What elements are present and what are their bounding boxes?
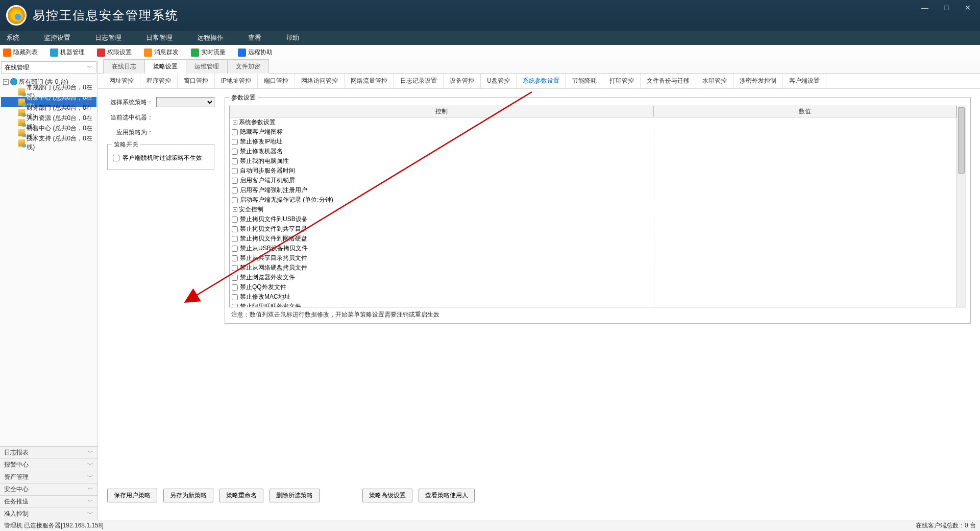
tb-remote-assist[interactable]: 远程协助 <box>238 48 273 57</box>
sidebar-accordion-2[interactable]: 资产管理﹀ <box>0 471 97 483</box>
param-checkbox[interactable] <box>232 265 238 271</box>
rename-button[interactable]: 策略重命名 <box>219 489 263 502</box>
subtab-6[interactable]: 网络流量管控 <box>345 74 394 88</box>
col-header-control: 控制 <box>230 106 654 117</box>
subtab-1[interactable]: 程序管控 <box>140 74 178 88</box>
param-checkbox[interactable] <box>232 226 238 232</box>
subtab-3[interactable]: IP地址管控 <box>215 74 258 88</box>
subtab-8[interactable]: 设备管控 <box>444 74 481 88</box>
param-row: 隐藏客户端图标 <box>230 127 957 137</box>
menu-daily[interactable]: 日常管理 <box>144 33 175 42</box>
grid-scrollbar[interactable] <box>957 106 966 307</box>
select-policy-dropdown[interactable] <box>156 97 214 107</box>
param-checkbox[interactable] <box>232 187 238 194</box>
window-minimize-button[interactable]: — <box>915 0 935 15</box>
action-buttons: 保存用户策略 另存为新策略 策略重命名 删除所选策略 策略高级设置 查看策略使用… <box>107 489 475 502</box>
param-group-0[interactable]: −系统参数设置 <box>230 117 957 127</box>
param-checkbox[interactable] <box>232 129 238 135</box>
chevron-down-icon: ﹀ <box>87 473 93 481</box>
subtab-15[interactable]: 涉密外发控制 <box>733 74 783 88</box>
tb-message[interactable]: 消息群发 <box>144 48 179 57</box>
tab-3[interactable]: 文件加密 <box>227 59 269 74</box>
tb-machine-mgmt[interactable]: 机器管理 <box>50 48 85 57</box>
subtab-12[interactable]: 打印管控 <box>603 74 641 88</box>
menu-view[interactable]: 查看 <box>246 33 263 42</box>
param-row: 禁止修改机器名 <box>230 147 957 156</box>
param-checkbox[interactable] <box>232 275 238 281</box>
policy-content: 选择系统策略： 当前选中机器： 应用策略为： 策略开关 客户端脱机时过滤策略不生… <box>98 89 980 520</box>
param-checkbox[interactable] <box>232 168 238 174</box>
tab-2[interactable]: 运维管理 <box>186 59 228 74</box>
sidebar-accordion-3[interactable]: 安全中心﹀ <box>0 483 97 495</box>
collapse-icon[interactable]: − <box>233 207 237 212</box>
window-close-button[interactable]: ✕ <box>958 0 978 15</box>
chevron-down-icon: ﹀ <box>87 63 93 72</box>
param-checkbox[interactable] <box>232 149 238 155</box>
chevron-down-icon: ﹀ <box>87 497 93 506</box>
scrollbar-thumb[interactable] <box>958 107 965 174</box>
subtab-11[interactable]: 节能降耗 <box>566 74 603 88</box>
subtab-10[interactable]: 系统参数设置 <box>517 74 566 88</box>
department-tree: − 所有部门 (共 0 台) 常规部门 (总共0台，0在线)研发中心 (总共0台… <box>0 75 97 150</box>
param-checkbox[interactable] <box>232 216 238 223</box>
param-checkbox[interactable] <box>232 246 238 252</box>
status-bar: 管理机 已连接服务器[192.168.1.158] 在线客户端总数：0 台 <box>0 520 980 531</box>
tb-traffic[interactable]: 实时流量 <box>191 48 226 57</box>
param-checkbox[interactable] <box>232 139 238 145</box>
param-row: 启用客户端强制注册用户 <box>230 185 957 195</box>
param-checkbox[interactable] <box>232 294 238 300</box>
subtab-16[interactable]: 客户端设置 <box>783 74 826 88</box>
params-grid: 控制 数值 −系统参数设置隐藏客户端图标禁止修改IP地址禁止修改机器名禁止我的电… <box>229 106 966 307</box>
save-policy-button[interactable]: 保存用户策略 <box>107 489 157 502</box>
tab-1[interactable]: 策略设置 <box>144 59 186 74</box>
tb-permissions[interactable]: 权限设置 <box>97 48 132 57</box>
sidebar-mode-select[interactable]: 在线管理 ﹀ <box>1 61 96 74</box>
param-checkbox[interactable] <box>232 178 238 184</box>
chevron-down-icon: ﹀ <box>87 448 93 457</box>
subtab-4[interactable]: 端口管控 <box>258 74 295 88</box>
menu-monitor[interactable]: 监控设置 <box>42 33 72 42</box>
menu-remote[interactable]: 远程操作 <box>195 33 226 42</box>
permission-icon <box>97 49 105 57</box>
sidebar-accordion-5[interactable]: 准入控制﹀ <box>0 508 97 520</box>
param-checkbox[interactable] <box>232 255 238 261</box>
param-checkbox[interactable] <box>232 197 238 203</box>
subtab-9[interactable]: U盘管控 <box>481 74 517 88</box>
collapse-icon[interactable]: − <box>3 79 9 85</box>
subtab-2[interactable]: 窗口管控 <box>178 74 215 88</box>
menu-logs[interactable]: 日志管理 <box>93 33 124 42</box>
sidebar-dept-5[interactable]: 技术支持 (总共0台，0在线) <box>1 138 96 148</box>
chevron-down-icon: ﹀ <box>87 485 93 494</box>
param-group-1[interactable]: −安全控制 <box>230 205 957 214</box>
sidebar-accordion-4[interactable]: 任务推送﹀ <box>0 495 97 508</box>
subtab-14[interactable]: 水印管控 <box>696 74 733 88</box>
offline-filter-checkbox-label[interactable]: 客户端脱机时过滤策略不生效 <box>113 154 209 162</box>
param-checkbox[interactable] <box>232 304 238 307</box>
subtab-7[interactable]: 日志记录设置 <box>394 74 444 88</box>
collapse-icon[interactable]: − <box>233 120 237 125</box>
tab-0[interactable]: 在线日志 <box>103 59 145 74</box>
param-row: 禁止浏览器外发文件 <box>230 273 957 282</box>
param-row: 禁止修改IP地址 <box>230 137 957 147</box>
sidebar-accordion-0[interactable]: 日志报表﹀ <box>0 446 97 458</box>
message-icon <box>144 49 152 57</box>
menu-help[interactable]: 帮助 <box>284 33 301 42</box>
sidebar-accordion-1[interactable]: 报警中心﹀ <box>0 458 97 471</box>
offline-filter-checkbox[interactable] <box>113 155 119 161</box>
param-checkbox[interactable] <box>232 284 238 291</box>
window-maximize-button[interactable]: □ <box>936 0 957 15</box>
advanced-button[interactable]: 策略高级设置 <box>362 489 412 502</box>
subtab-13[interactable]: 文件备份与迁移 <box>641 74 696 88</box>
subtab-5[interactable]: 网络访问管控 <box>295 74 345 88</box>
param-checkbox[interactable] <box>232 236 238 242</box>
param-row: 禁止从USB设备拷贝文件 <box>230 244 957 253</box>
subtab-0[interactable]: 网址管控 <box>103 74 140 88</box>
delete-button[interactable]: 删除所选策略 <box>270 489 320 502</box>
title-bar: 易控王信息安全管理系统 — □ ✕ <box>0 0 980 31</box>
menu-system[interactable]: 系统 <box>4 33 21 42</box>
current-machine-label: 当前选中机器： <box>107 113 153 122</box>
save-as-button[interactable]: 另存为新策略 <box>163 489 213 502</box>
view-users-button[interactable]: 查看策略使用人 <box>419 489 475 502</box>
param-checkbox[interactable] <box>232 158 238 164</box>
tb-hide-list[interactable]: 隐藏列表 <box>3 48 38 57</box>
